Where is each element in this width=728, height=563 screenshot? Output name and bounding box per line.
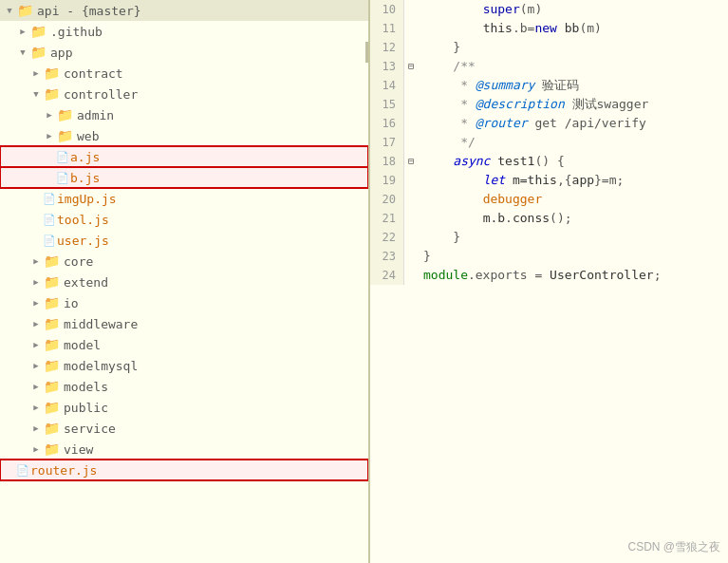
code-line-19: 19 let m=this,{app}=m; [370,171,728,190]
code-line-12: 12 } [370,38,728,57]
tree-label-web: web [77,129,99,143]
tree-folder-service[interactable]: ▶ 📁 service [0,418,368,439]
tree-label-extend: extend [64,275,108,290]
tree-folder-core[interactable]: ▶ 📁 core [0,251,368,272]
folder-icon: 📁 [44,86,60,102]
line-code-23[interactable]: } [418,247,728,266]
chevron-right-icon: ▶ [28,421,44,436]
line-number-10: 10 [370,0,404,19]
tree-folder-extend[interactable]: ▶ 📁 extend [0,272,368,292]
folder-icon: 📁 [17,3,33,18]
line-fold-18[interactable]: ⊟ [404,152,418,171]
line-number-18: 18 [370,152,404,171]
line-code-24[interactable]: module.exports = UserController; [418,266,728,285]
line-code-22[interactable]: } [418,228,728,247]
tree-folder-github[interactable]: ▶ 📁 .github [0,21,368,42]
chevron-right-icon: ▶ [15,24,30,39]
line-number-13: 13 [370,57,404,76]
line-fold-14 [404,76,418,95]
line-number-11: 11 [370,19,404,38]
code-line-14: 14 * @summary 验证码 [370,76,728,95]
tree-folder-io[interactable]: ▶ 📁 io [0,292,368,313]
folder-icon: 📁 [44,441,60,457]
line-code-16[interactable]: * @router get /api/verify [418,114,728,133]
file-icon: 📄 [42,191,57,206]
tree-label-model: model [64,338,101,352]
folder-icon: 📁 [44,421,60,436]
chevron-right-icon: ▶ [28,295,44,310]
folder-icon: 📁 [44,253,60,269]
chevron-right-icon: ▶ [28,253,44,269]
line-code-11[interactable]: this.b=new bb(m) [418,19,728,38]
line-fold-15 [404,95,418,114]
file-icon: 📄 [55,170,70,185]
line-code-17[interactable]: */ [418,133,728,152]
tree-folder-api-master[interactable]: ▼ 📁 api - {master} [0,0,368,21]
line-number-21: 21 [370,209,404,228]
line-code-12[interactable]: } [418,38,728,57]
tree-folder-app[interactable]: ▼ 📁 app [0,42,368,63]
line-fold-12 [404,38,418,57]
folder-icon: 📁 [44,379,60,394]
line-code-20[interactable]: debugger [418,190,728,209]
tree-folder-public[interactable]: ▶ 📁 public [0,397,368,418]
line-code-15[interactable]: * @description 测试swagger [418,95,728,114]
tree-folder-admin[interactable]: ▶ 📁 admin [0,104,368,125]
chevron-right-icon: ▶ [28,316,44,331]
tree-folder-modelmysql[interactable]: ▶ 📁 modelmysql [0,355,368,376]
tree-file-imgup-js[interactable]: 📄 imgUp.js [0,188,368,209]
line-fold-13[interactable]: ⊟ [404,57,418,76]
tree-folder-model[interactable]: ▶ 📁 model [0,334,368,355]
line-code-13[interactable]: /** [418,57,728,76]
chevron-down-icon: ▼ [15,45,30,60]
chevron-right-icon: ▶ [42,107,57,122]
tree-label-middleware: middleware [64,317,138,331]
line-code-10[interactable]: super(m) [418,0,728,19]
tree-folder-contract[interactable]: ▶ 📁 contract [0,63,368,84]
tree-folder-view[interactable]: ▶ 📁 view [0,439,368,460]
line-number-24: 24 [370,266,404,285]
line-number-22: 22 [370,228,404,247]
line-number-15: 15 [370,95,404,114]
chevron-right-icon: ▶ [42,128,57,143]
tree-label-public: public [64,401,108,415]
tree-folder-models[interactable]: ▶ 📁 models [0,376,368,397]
tree-folder-web[interactable]: ▶ 📁 web [0,125,368,146]
line-code-18[interactable]: async test1() { [418,152,728,171]
tree-folder-middleware[interactable]: ▶ 📁 middleware [0,313,368,334]
code-line-24: 24 module.exports = UserController; [370,266,728,285]
chevron-down-icon: ▼ [2,3,17,18]
tree-label-user-js: user.js [57,234,109,248]
folder-icon: 📁 [44,316,60,331]
line-number-19: 19 [370,171,404,190]
tree-label-router-js: router.js [30,463,97,478]
file-icon: 📄 [55,149,70,164]
tree-label-contract: contract [64,66,123,81]
folder-icon: 📁 [44,400,60,415]
line-fold-10 [404,0,418,19]
tree-label-imgup-js: imgUp.js [57,192,117,206]
line-number-20: 20 [370,190,404,209]
tree-label-modelmysql: modelmysql [64,359,138,373]
tree-file-router-js[interactable]: 📄 router.js [0,460,368,480]
tree-label-admin: admin [77,108,114,122]
tree-file-user-js[interactable]: 📄 user.js [0,230,368,251]
tree-label-io: io [64,296,79,310]
folder-icon: 📁 [30,45,47,60]
tree-label-github: .github [50,25,103,39]
tree-folder-controller[interactable]: ▼ 📁 controller [0,84,368,104]
file-icon: 📄 [42,212,57,227]
tree-file-b-js[interactable]: 📄 b.js [0,167,368,188]
line-fold-19 [404,171,418,190]
file-icon: 📄 [42,233,57,248]
chevron-right-icon: ▶ [28,400,44,415]
tree-file-tool-js[interactable]: 📄 tool.js [0,209,368,230]
file-tree-panel: ▼ 📁 api - {master} ▶ 📁 .github ▼ 📁 app ▶… [0,0,370,563]
tree-label-b-js: b.js [70,171,100,185]
tree-file-a-js[interactable]: 📄 a.js [0,146,368,167]
line-code-19[interactable]: let m=this,{app}=m; [418,171,728,190]
line-code-21[interactable]: m.b.conss(); [418,209,728,228]
line-code-14[interactable]: * @summary 验证码 [418,76,728,95]
code-line-22: 22 } [370,228,728,247]
line-number-12: 12 [370,38,404,57]
